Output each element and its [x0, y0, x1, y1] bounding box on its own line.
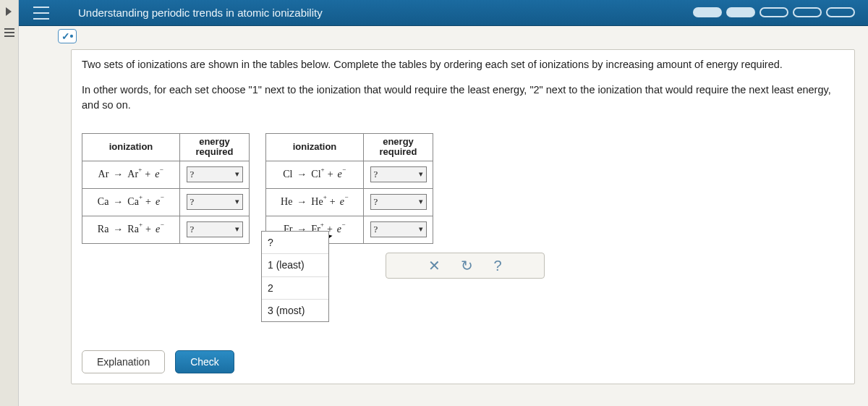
- chevron-down-icon: ▾: [419, 169, 426, 180]
- ionization-cell: He → He+ + e−: [266, 188, 364, 216]
- top-bar: O ELECTRONIC STRUCTURE Understanding per…: [19, 0, 868, 26]
- chevron-down-icon: ▾: [235, 224, 242, 235]
- table-row: Cl → Cl+ + e− ? ▾: [266, 161, 433, 188]
- ionization-cell: Ar → Ar+ + e−: [82, 161, 180, 188]
- energy-select[interactable]: ? ▾: [370, 166, 427, 182]
- close-icon[interactable]: ✕: [428, 255, 441, 276]
- instruction-p2: In other words, for each set choose "1" …: [82, 83, 844, 113]
- table-row: Ar → Ar+ + e− ? ▾: [82, 161, 250, 188]
- check-button[interactable]: Check: [175, 350, 234, 373]
- table-row: He → He+ + e− ? ▾: [266, 188, 433, 216]
- ionization-cell: Ca → Ca+ + e−: [82, 188, 180, 216]
- energy-select[interactable]: ? ▾: [187, 166, 243, 182]
- arrow-icon: →: [111, 222, 124, 237]
- col-header-ionization: ionization: [266, 134, 364, 161]
- ionization-cell: Ra → Ra+ + e−: [82, 216, 180, 243]
- undo-icon[interactable]: ↻: [461, 255, 473, 276]
- arrow-icon: →: [111, 195, 124, 209]
- progress-pill: [726, 7, 755, 17]
- feedback-bar: ✕ ↻ ?: [386, 253, 545, 279]
- energy-select-open[interactable]: ? ▾: [187, 221, 243, 237]
- instruction-p1: Two sets of ionizations are shown in the…: [82, 57, 844, 72]
- ionization-table-2: ionization energy required Cl → Cl+ + e−: [265, 133, 433, 244]
- canvas: ✓• Two sets of ionizations are shown in …: [19, 26, 868, 384]
- tables-row: ionization energy required Ar → Ar+ + e−: [82, 133, 844, 244]
- chevron-down-icon: ▾: [419, 196, 426, 208]
- arrow-icon: →: [295, 195, 308, 209]
- content-wrap: O ELECTRONIC STRUCTURE Understanding per…: [19, 0, 868, 406]
- expand-icon[interactable]: [6, 7, 12, 16]
- ionization-table-1: ionization energy required Ar → Ar+ + e−: [82, 133, 250, 244]
- chevron-down-icon: ▾: [419, 224, 426, 235]
- status-row: ✓•: [19, 26, 868, 46]
- chevron-down-icon: ▾: [235, 169, 242, 180]
- dropdown-option[interactable]: 1 (least): [262, 254, 328, 276]
- col-header-energy: energy required: [180, 134, 250, 161]
- energy-dropdown-menu: ? 1 (least) 2 3 (most): [261, 231, 329, 322]
- dropdown-option[interactable]: 3 (most): [262, 300, 328, 321]
- left-rail: [0, 0, 19, 406]
- breadcrumb: O ELECTRONIC STRUCTURE: [88, 0, 215, 1]
- dropdown-option[interactable]: ?: [262, 232, 328, 254]
- arrow-icon: →: [111, 167, 124, 182]
- explanation-button[interactable]: Explanation: [82, 350, 165, 373]
- col-header-energy: energy required: [364, 134, 433, 161]
- ionization-cell: Cl → Cl+ + e−: [266, 161, 364, 188]
- energy-select[interactable]: ? ▾: [370, 194, 427, 210]
- menu-icon[interactable]: [33, 7, 49, 20]
- table-row: Ra → Ra+ + e− ? ▾: [82, 216, 250, 243]
- question-box: Two sets of ionizations are shown in the…: [71, 49, 855, 384]
- drag-handle-icon: [4, 26, 14, 39]
- col-header-ionization: ionization: [82, 134, 180, 161]
- energy-select[interactable]: ? ▾: [187, 194, 243, 210]
- arrow-icon: →: [295, 167, 308, 182]
- energy-select[interactable]: ? ▾: [370, 221, 427, 237]
- progress-pill: [693, 7, 722, 17]
- progress-pill: [826, 7, 855, 17]
- table-row: Ca → Ca+ + e− ? ▾: [82, 188, 250, 216]
- lesson-title: Understanding periodic trends in atomic …: [78, 7, 323, 19]
- progress-pill: [793, 7, 822, 17]
- help-icon[interactable]: ?: [493, 255, 501, 276]
- dropdown-option[interactable]: 2: [262, 277, 328, 300]
- progress-pill: [760, 7, 788, 17]
- chevron-down-icon: ▾: [235, 196, 242, 208]
- progress-indicator: [693, 7, 855, 17]
- status-ok-icon[interactable]: ✓•: [58, 29, 77, 43]
- bottom-buttons: Explanation Check: [82, 350, 234, 373]
